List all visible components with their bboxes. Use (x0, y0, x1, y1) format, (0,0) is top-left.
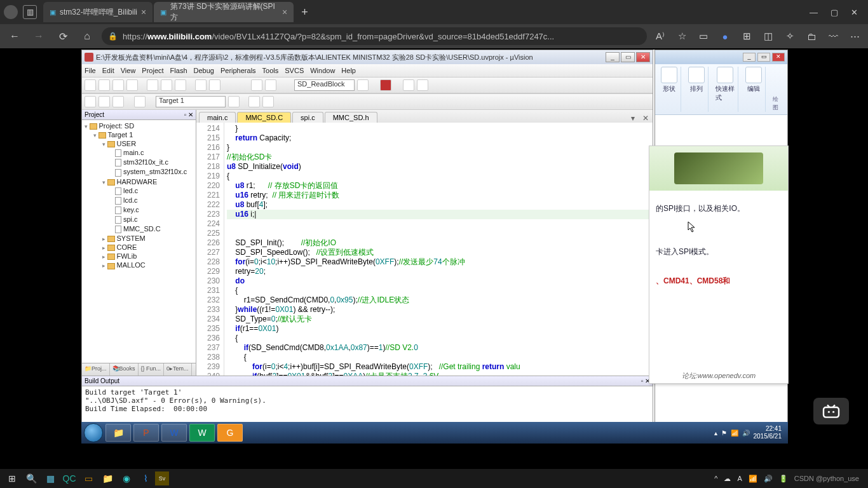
home-button[interactable]: ⌂ (78, 30, 97, 42)
file-tab[interactable]: main.c (199, 112, 236, 123)
menu-help[interactable]: Help (341, 67, 356, 74)
menu-debug[interactable]: Debug (194, 67, 214, 74)
symbol-select[interactable]: SD_ReadBlock (294, 79, 355, 91)
extension-icon[interactable]: ● (717, 31, 733, 42)
close-icon[interactable]: × (282, 7, 287, 17)
uvision-titlebar[interactable]: E:\开发板光盘资料\mini\A盘\4，程序源码\2，标准例程-V3.5库函数… (82, 50, 653, 64)
menu-peripherals[interactable]: Peripherals (220, 67, 256, 74)
powerpoint-taskbar-icon[interactable]: P (133, 424, 159, 442)
tree-group-hardware[interactable]: HARDWARE (82, 177, 196, 186)
tray-up-icon[interactable]: ▴ (714, 430, 717, 437)
code-editor[interactable]: 214 215 216 217 218 219 220 221 222 223 … (196, 123, 653, 376)
ppt-slide[interactable]: 的SPI接口，以及相关IO。 卡进入SPI模式。 、CMD41、CMD58和 论… (649, 146, 789, 384)
tab-2[interactable]: ▣ 第73讲 SD卡实验源码讲解(SPI方 × (154, 2, 294, 22)
edge-icon[interactable]: ◉ (117, 470, 136, 487)
file-tab[interactable]: spi.c (292, 112, 323, 123)
tree-file[interactable]: MMC_SD.C (82, 224, 196, 234)
tree-group-core[interactable]: CORE (82, 243, 196, 252)
save-icon[interactable] (112, 79, 124, 91)
new-icon[interactable] (85, 79, 96, 91)
close-button[interactable]: ✕ (851, 8, 858, 17)
profile-avatar[interactable] (4, 5, 18, 19)
tree-file[interactable]: lcd.c (82, 196, 196, 205)
tree-group-system[interactable]: SYSTEM (82, 234, 196, 243)
cut-icon[interactable] (147, 79, 158, 91)
maximize-button[interactable]: ▢ (831, 8, 838, 17)
app-taskbar-icon[interactable]: G (217, 424, 243, 442)
min-button[interactable]: _ (606, 52, 620, 62)
menu-view[interactable]: View (121, 67, 136, 74)
find-icon[interactable] (357, 79, 369, 91)
project-tab[interactable]: {} Fun... (139, 363, 165, 376)
tray-up-icon[interactable]: ^ (714, 475, 717, 482)
battery-icon[interactable]: 🔋 (779, 475, 788, 483)
project-tab[interactable]: 📚Books (110, 363, 139, 376)
tree-group-malloc[interactable]: MALLOC (82, 261, 196, 269)
app-icon[interactable]: ▭ (79, 470, 98, 487)
rebuild-icon[interactable] (98, 96, 110, 107)
menu-svcs[interactable]: SVCS (285, 67, 304, 74)
tree-target[interactable]: Target 1 (82, 130, 196, 139)
batch-build-icon[interactable] (112, 96, 124, 107)
books-icon[interactable] (262, 96, 274, 107)
back-button[interactable]: ← (5, 30, 24, 42)
tree-group-user[interactable]: USER (82, 139, 196, 148)
search-button[interactable]: 🔍 (22, 470, 41, 487)
tree-file[interactable]: led.c (82, 186, 196, 196)
ppt-ribbon[interactable]: 形状排列快速样式编辑绘图 (655, 64, 787, 115)
video-frame[interactable]: E:\开发板光盘资料\mini\A盘\4，程序源码\2，标准例程-V3.5库函数… (81, 50, 788, 444)
manage-icon[interactable] (248, 96, 260, 107)
max-button[interactable]: ▭ (621, 52, 635, 62)
tree-file[interactable]: system_stm32f10x.c (82, 167, 196, 177)
read-aloud-icon[interactable]: A⁾ (652, 30, 668, 42)
project-tree[interactable]: Project: SD Target 1USERmain.cstm32f10x_… (82, 120, 196, 363)
build-icon[interactable] (85, 96, 96, 107)
code-content[interactable]: } return Capacity; } //初始化SD卡 u8 SD_Init… (224, 123, 653, 376)
volume-icon[interactable]: 🔊 (764, 475, 773, 483)
extensions-icon[interactable]: ⊞ (738, 30, 755, 42)
flag-icon[interactable]: ⚑ (721, 430, 727, 437)
breakpoint-icon[interactable] (403, 79, 414, 91)
close-button[interactable]: ✕ (636, 52, 650, 62)
close-icon[interactable]: × (141, 7, 146, 17)
file-tab[interactable]: MMC_SD.C (237, 112, 291, 123)
wifi-icon[interactable]: 📶 (749, 475, 757, 483)
tree-file[interactable]: main.c (82, 148, 196, 158)
tree-file[interactable]: spi.c (82, 215, 196, 224)
ribbon-group[interactable]: 排列 (685, 67, 709, 112)
min-button[interactable]: _ (743, 53, 756, 62)
project-tab[interactable]: 📁Proj... (82, 363, 110, 376)
tab-1[interactable]: ▣ stm32-哔哩哔哩_Bilibili × (43, 2, 153, 22)
explorer-taskbar-icon[interactable]: 📁 (105, 424, 131, 442)
start-button[interactable] (84, 423, 103, 442)
refresh-button[interactable]: ⟳ (53, 30, 72, 43)
max-button[interactable]: ▭ (757, 53, 770, 62)
menu-tools[interactable]: Tools (262, 67, 279, 74)
favorite-icon[interactable]: ☆ (674, 30, 690, 42)
panel-controls[interactable]: ▫ ✕ (184, 111, 193, 118)
forward-button[interactable]: → (29, 30, 48, 42)
bookmark-next-icon[interactable] (265, 79, 276, 91)
menu-window[interactable]: Window (310, 67, 335, 74)
file-tab[interactable]: MMC_SD.h (325, 112, 377, 123)
minimize-button[interactable]: — (810, 8, 818, 17)
project-tabs[interactable]: 📁Proj...📚Books{} Fun...0▸Tem... (82, 363, 196, 376)
tree-file[interactable]: stm32f10x_it.c (82, 158, 196, 167)
menu-flash[interactable]: Flash (170, 67, 187, 74)
menu-project[interactable]: Project (142, 67, 163, 74)
collections-icon[interactable]: ▭ (695, 30, 712, 42)
ribbon-group[interactable]: 编辑 (742, 67, 766, 112)
favorites-bar-icon[interactable]: ✧ (782, 30, 798, 42)
close-file-icon[interactable]: ✕ (639, 114, 653, 123)
paste-icon[interactable] (175, 79, 186, 91)
target-select[interactable]: Target 1 (156, 96, 226, 107)
win7-tray[interactable]: ▴ ⚑ 📶 🔊 22:41 2015/6/21 (714, 425, 786, 440)
wps-taskbar-icon[interactable]: W (189, 424, 215, 442)
save-all-icon[interactable] (126, 79, 138, 91)
new-tab-button[interactable]: + (295, 6, 315, 19)
split-icon[interactable]: ◫ (760, 30, 776, 42)
copy-icon[interactable] (161, 79, 172, 91)
undo-icon[interactable] (195, 79, 207, 91)
tree-file[interactable]: key.c (82, 205, 196, 215)
app-icon[interactable]: QC (60, 470, 79, 487)
